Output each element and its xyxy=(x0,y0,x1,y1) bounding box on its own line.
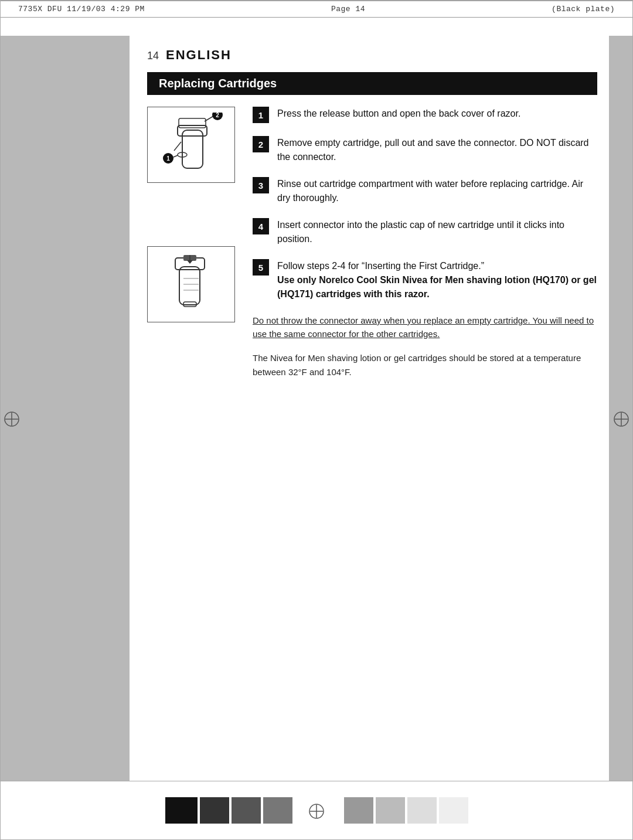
header-bar: 7735X DFU 11/19/03 4:29 PM Page 14 (Blac… xyxy=(1,1,632,18)
right-sidebar xyxy=(609,36,632,781)
svg-marker-21 xyxy=(187,260,193,264)
svg-line-12 xyxy=(174,142,181,151)
document-page: 7735X DFU 11/19/03 4:29 PM Page 14 (Blac… xyxy=(0,0,633,840)
step-3: 3 Rinse out cartridge compartment with w… xyxy=(253,177,597,205)
svg-text:1: 1 xyxy=(166,155,170,162)
step-1-number: 1 xyxy=(253,107,269,123)
file-info: 7735X DFU 11/19/03 4:29 PM xyxy=(18,5,145,13)
step-5-number: 5 xyxy=(253,259,269,276)
step-2-number: 2 xyxy=(253,136,269,152)
step-3-text: Rinse out cartridge compartment with wat… xyxy=(277,177,597,205)
illustration-1: 2 1 xyxy=(147,107,235,183)
reg-mark-left xyxy=(4,411,20,430)
svg-text:2: 2 xyxy=(216,113,219,118)
step-5-text: Follow steps 2-4 for “Inserting the Firs… xyxy=(277,259,597,301)
step-4-number: 4 xyxy=(253,218,269,234)
step-5: 5 Follow steps 2-4 for “Inserting the Fi… xyxy=(253,259,597,301)
section-language: ENGLISH xyxy=(166,47,232,63)
main-content: 2 1 xyxy=(147,107,597,389)
step-2: 2 Remove empty cartridge, pull out and s… xyxy=(253,136,597,164)
normal-note: The Nivea for Men shaving lotion or gel … xyxy=(253,351,597,379)
swatch-gray-4 xyxy=(376,797,405,824)
plate-info: (Black plate) xyxy=(552,5,615,13)
step-4-text: Insert connector into the plastic cap of… xyxy=(277,218,597,246)
step-1: 1 Press the release button and open the … xyxy=(253,107,597,123)
svg-rect-8 xyxy=(179,118,206,128)
page-header: 14 ENGLISH Replacing Cartridges xyxy=(147,47,597,389)
section-heading: Replacing Cartridges xyxy=(147,72,597,95)
swatch-gray-6 xyxy=(439,797,468,824)
swatch-gray-3 xyxy=(344,797,373,824)
swatch-black-2 xyxy=(200,797,229,824)
step-2-text: Remove empty cartridge, pull out and sav… xyxy=(277,136,597,164)
images-column: 2 1 xyxy=(147,107,241,389)
step-4: 4 Insert connector into the plastic cap … xyxy=(253,218,597,246)
svg-rect-17 xyxy=(179,267,200,305)
swatch-gray-2 xyxy=(263,797,292,824)
svg-line-16 xyxy=(173,155,178,157)
instructions-column: 1 Press the release button and open the … xyxy=(241,107,597,389)
page-marker: Page 14 xyxy=(331,5,365,13)
swatch-black-1 xyxy=(165,797,198,824)
step-1-text: Press the release button and open the ba… xyxy=(277,107,520,121)
page-title-row: 14 ENGLISH xyxy=(147,47,597,63)
color-swatches-bar xyxy=(1,781,632,839)
reg-mark-right xyxy=(613,411,629,430)
swatch-gray-5 xyxy=(407,797,437,824)
reg-mark-bottom xyxy=(308,803,325,822)
left-sidebar xyxy=(1,36,130,781)
page-number: 14 xyxy=(147,50,159,62)
swatch-gray-1 xyxy=(232,797,261,824)
underlined-note: Do not throw the connector away when you… xyxy=(253,314,597,341)
step-3-number: 3 xyxy=(253,177,269,193)
illustration-2 xyxy=(147,246,235,322)
